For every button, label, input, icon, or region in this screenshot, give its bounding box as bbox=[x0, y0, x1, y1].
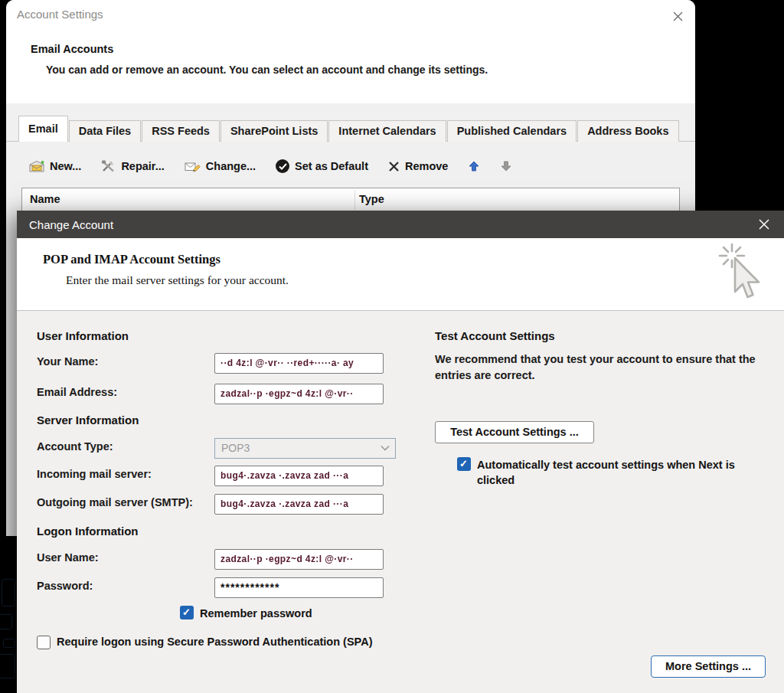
new-account-label: New... bbox=[50, 160, 81, 172]
accounts-table-header: Name Type bbox=[22, 188, 679, 212]
repair-tools-icon bbox=[101, 159, 116, 173]
user-name-field[interactable]: zadzal··p ·egpz~d 4z:l @·vr·· bbox=[214, 549, 384, 570]
window-title: Account Settings bbox=[17, 8, 103, 21]
dialog-titlebar[interactable]: Change Account bbox=[17, 211, 784, 238]
close-icon[interactable] bbox=[668, 6, 688, 26]
user-information-heading: User Information bbox=[37, 329, 129, 342]
server-information-heading: Server Information bbox=[37, 414, 139, 427]
password-field[interactable]: ************ bbox=[214, 577, 384, 598]
column-header-type[interactable]: Type bbox=[359, 193, 384, 205]
account-settings-header: Account Settings Email Accounts You can … bbox=[6, 0, 695, 103]
new-account-button[interactable]: New... bbox=[29, 160, 81, 173]
pop-imap-title: POP and IMAP Account Settings bbox=[43, 252, 220, 267]
incoming-server-value: bug4·.zavza ·.zavza zad ···a bbox=[220, 470, 348, 481]
incoming-server-field[interactable]: bug4·.zavza ·.zavza zad ···a bbox=[214, 466, 384, 486]
user-name-label: User Name: bbox=[37, 548, 99, 568]
tab-address-books[interactable]: Address Books bbox=[577, 120, 678, 142]
tab-published-calendars[interactable]: Published Calendars bbox=[447, 120, 577, 142]
tab-email[interactable]: Email bbox=[18, 116, 68, 142]
password-value: ************ bbox=[220, 581, 279, 593]
move-down-button[interactable] bbox=[500, 160, 512, 172]
email-address-value: zadzal··p ·egpz~d 4z:l @·vr·· bbox=[220, 388, 354, 399]
account-type-label: Account Type: bbox=[37, 436, 113, 457]
tab-internet-calendars[interactable]: Internet Calendars bbox=[328, 120, 446, 142]
remove-account-button[interactable]: Remove bbox=[388, 160, 448, 172]
remember-password-checkbox[interactable] bbox=[180, 606, 194, 619]
email-accounts-description: You can add or remove an account. You ca… bbox=[46, 64, 488, 76]
user-name-value: zadzal··p ·egpz~d 4z:l @·vr·· bbox=[220, 554, 354, 564]
repair-account-button[interactable]: Repair... bbox=[101, 159, 164, 173]
repair-account-label: Repair... bbox=[121, 160, 164, 172]
pop-imap-subtitle: Enter the mail server settings for your … bbox=[66, 273, 289, 287]
test-account-settings-button[interactable]: Test Account Settings ... bbox=[435, 421, 594, 443]
tab-sharepoint-lists[interactable]: SharePoint Lists bbox=[220, 120, 328, 142]
auto-test-label: Automatically test account settings when… bbox=[477, 457, 751, 488]
spa-label: Require logon using Secure Password Auth… bbox=[57, 634, 386, 649]
change-account-label: Change... bbox=[206, 160, 256, 172]
remove-account-label: Remove bbox=[405, 160, 448, 172]
your-name-value: ··d 4z:l @·vr·· ··red+·····a· ay bbox=[220, 358, 354, 368]
remember-password-label: Remember password bbox=[200, 606, 312, 621]
column-divider bbox=[354, 190, 355, 210]
move-down-arrow-icon bbox=[500, 160, 512, 172]
set-default-check-icon bbox=[276, 159, 289, 173]
set-as-default-button[interactable]: Set as Default bbox=[276, 159, 368, 173]
logon-information-heading: Logon Information bbox=[37, 525, 138, 538]
email-address-field[interactable]: zadzal··p ·egpz~d 4z:l @·vr·· bbox=[214, 384, 384, 404]
outgoing-server-value: bug4·.zavza ·.zavza zad ···a bbox=[220, 499, 348, 509]
set-as-default-label: Set as Default bbox=[295, 160, 368, 172]
new-mail-icon bbox=[29, 160, 44, 173]
desktop-circuit-pattern bbox=[0, 574, 18, 693]
tab-rss-feeds[interactable]: RSS Feeds bbox=[142, 120, 220, 142]
dialog-title: Change Account bbox=[29, 218, 113, 231]
move-up-button[interactable] bbox=[468, 160, 480, 172]
incoming-server-label: Incoming mail server: bbox=[37, 464, 152, 485]
outgoing-server-field[interactable]: bug4·.zavza ·.zavza zad ···a bbox=[214, 494, 384, 515]
chevron-down-icon bbox=[381, 445, 390, 451]
auto-test-checkbox[interactable] bbox=[457, 457, 471, 471]
busy-pointer-cursor-icon bbox=[717, 241, 764, 306]
tab-strip: Email Data Files RSS Feeds SharePoint Li… bbox=[18, 116, 680, 142]
tab-data-files[interactable]: Data Files bbox=[69, 120, 142, 142]
change-account-button[interactable]: Change... bbox=[185, 160, 256, 173]
change-account-dialog: Change Account POP and IMAP Account Sett… bbox=[17, 211, 784, 693]
close-icon[interactable] bbox=[753, 214, 775, 234]
test-account-settings-description: We recommend that you test your account … bbox=[435, 351, 784, 384]
accounts-toolbar: New... Repair... bbox=[29, 152, 512, 180]
spa-checkbox[interactable] bbox=[37, 636, 51, 649]
account-type-value: POP3 bbox=[221, 442, 250, 454]
your-name-field[interactable]: ··d 4z:l @·vr·· ··red+·····a· ay bbox=[214, 353, 384, 374]
password-label: Password: bbox=[37, 576, 93, 597]
dialog-header: POP and IMAP Account Settings Enter the … bbox=[17, 238, 784, 311]
account-type-dropdown[interactable]: POP3 bbox=[214, 438, 396, 459]
move-up-arrow-icon bbox=[468, 160, 480, 172]
test-account-settings-heading: Test Account Settings bbox=[435, 329, 555, 342]
remove-x-icon bbox=[388, 161, 400, 172]
column-header-name[interactable]: Name bbox=[30, 193, 60, 205]
outgoing-server-label: Outgoing mail server (SMTP): bbox=[37, 492, 193, 513]
email-accounts-heading: Email Accounts bbox=[31, 43, 113, 55]
your-name-label: Your Name: bbox=[37, 351, 98, 372]
email-address-label: Email Address: bbox=[37, 382, 117, 403]
more-settings-button[interactable]: More Settings ... bbox=[651, 655, 766, 678]
change-mail-icon bbox=[185, 160, 201, 173]
